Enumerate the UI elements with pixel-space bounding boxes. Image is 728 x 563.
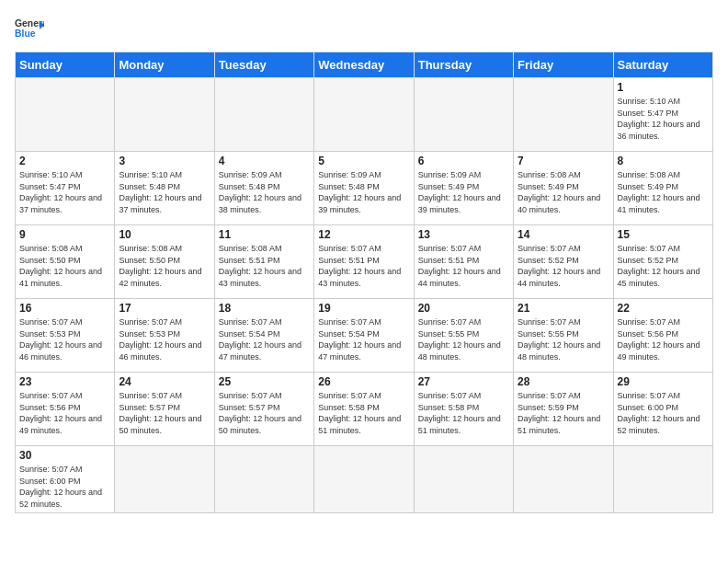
day-number: 13: [418, 228, 509, 241]
calendar-cell: 22Sunrise: 5:07 AM Sunset: 5:56 PM Dayli…: [613, 299, 712, 373]
day-number: 6: [418, 155, 509, 167]
day-info: Sunrise: 5:10 AM Sunset: 5:48 PM Dayligh…: [119, 169, 210, 215]
calendar-cell: [16, 78, 115, 152]
calendar-cell: 14Sunrise: 5:07 AM Sunset: 5:52 PM Dayli…: [514, 225, 613, 299]
calendar-cell: [414, 446, 513, 513]
day-info: Sunrise: 5:08 AM Sunset: 5:50 PM Dayligh…: [119, 243, 210, 289]
calendar-cell: 23Sunrise: 5:07 AM Sunset: 5:56 PM Dayli…: [16, 373, 115, 446]
day-info: Sunrise: 5:07 AM Sunset: 5:58 PM Dayligh…: [418, 390, 509, 436]
calendar-cell: 21Sunrise: 5:07 AM Sunset: 5:55 PM Dayli…: [514, 299, 613, 373]
day-number: 23: [19, 375, 110, 388]
day-number: 4: [219, 155, 310, 167]
calendar-cell: 30Sunrise: 5:07 AM Sunset: 6:00 PM Dayli…: [16, 446, 115, 513]
col-monday: Monday: [115, 52, 214, 78]
day-info: Sunrise: 5:07 AM Sunset: 5:55 PM Dayligh…: [518, 316, 609, 362]
calendar-cell: 4Sunrise: 5:09 AM Sunset: 5:48 PM Daylig…: [214, 152, 313, 225]
day-number: 18: [219, 302, 310, 315]
calendar-cell: 9Sunrise: 5:08 AM Sunset: 5:50 PM Daylig…: [16, 225, 115, 299]
day-number: 5: [318, 155, 409, 167]
calendar-cell: 5Sunrise: 5:09 AM Sunset: 5:48 PM Daylig…: [314, 152, 414, 225]
calendar-cell: 26Sunrise: 5:07 AM Sunset: 5:58 PM Dayli…: [314, 373, 414, 446]
header-row: Sunday Monday Tuesday Wednesday Thursday…: [16, 52, 713, 78]
day-number: 28: [518, 375, 609, 388]
day-info: Sunrise: 5:09 AM Sunset: 5:48 PM Dayligh…: [219, 169, 310, 215]
calendar-cell: 16Sunrise: 5:07 AM Sunset: 5:53 PM Dayli…: [16, 299, 115, 373]
calendar-cell: 11Sunrise: 5:08 AM Sunset: 5:51 PM Dayli…: [214, 225, 313, 299]
day-number: 24: [119, 375, 210, 388]
day-number: 15: [618, 228, 709, 241]
day-number: 26: [318, 375, 409, 388]
day-info: Sunrise: 5:07 AM Sunset: 6:00 PM Dayligh…: [19, 464, 110, 510]
day-number: 22: [618, 302, 709, 315]
col-tuesday: Tuesday: [214, 52, 313, 78]
day-number: 17: [119, 302, 210, 315]
day-number: 12: [318, 228, 409, 241]
day-number: 14: [518, 228, 609, 241]
day-number: 27: [418, 375, 509, 388]
calendar-cell: 29Sunrise: 5:07 AM Sunset: 6:00 PM Dayli…: [613, 373, 712, 446]
calendar-cell: [414, 78, 513, 152]
day-number: 7: [518, 155, 609, 167]
day-number: 2: [19, 155, 110, 167]
col-friday: Friday: [514, 52, 613, 78]
calendar-cell: [314, 78, 414, 152]
day-number: 19: [318, 302, 409, 315]
day-info: Sunrise: 5:09 AM Sunset: 5:49 PM Dayligh…: [418, 169, 509, 215]
day-number: 25: [219, 375, 310, 388]
calendar-cell: [613, 446, 712, 513]
calendar-cell: 19Sunrise: 5:07 AM Sunset: 5:54 PM Dayli…: [314, 299, 414, 373]
day-info: Sunrise: 5:07 AM Sunset: 5:57 PM Dayligh…: [119, 390, 210, 436]
day-info: Sunrise: 5:07 AM Sunset: 5:57 PM Dayligh…: [219, 390, 310, 436]
day-number: 30: [19, 449, 110, 462]
calendar-body: 1Sunrise: 5:10 AM Sunset: 5:47 PM Daylig…: [16, 78, 713, 513]
day-info: Sunrise: 5:08 AM Sunset: 5:50 PM Dayligh…: [19, 243, 110, 289]
col-wednesday: Wednesday: [314, 52, 414, 78]
calendar-cell: 10Sunrise: 5:08 AM Sunset: 5:50 PM Dayli…: [115, 225, 214, 299]
day-number: 29: [618, 375, 709, 388]
calendar-cell: 18Sunrise: 5:07 AM Sunset: 5:54 PM Dayli…: [214, 299, 313, 373]
day-info: Sunrise: 5:07 AM Sunset: 5:51 PM Dayligh…: [318, 243, 409, 289]
day-info: Sunrise: 5:07 AM Sunset: 5:55 PM Dayligh…: [418, 316, 509, 362]
calendar-cell: [214, 446, 313, 513]
svg-text:Blue: Blue: [15, 29, 36, 39]
day-number: 20: [418, 302, 509, 315]
calendar-cell: [514, 446, 613, 513]
day-info: Sunrise: 5:07 AM Sunset: 5:52 PM Dayligh…: [518, 243, 609, 289]
day-info: Sunrise: 5:07 AM Sunset: 5:58 PM Dayligh…: [318, 390, 409, 436]
day-info: Sunrise: 5:10 AM Sunset: 5:47 PM Dayligh…: [19, 169, 110, 215]
day-info: Sunrise: 5:07 AM Sunset: 5:54 PM Dayligh…: [219, 316, 310, 362]
day-info: Sunrise: 5:07 AM Sunset: 5:53 PM Dayligh…: [19, 316, 110, 362]
day-info: Sunrise: 5:10 AM Sunset: 5:47 PM Dayligh…: [618, 96, 709, 142]
calendar-cell: 1Sunrise: 5:10 AM Sunset: 5:47 PM Daylig…: [613, 78, 712, 152]
calendar-header: Sunday Monday Tuesday Wednesday Thursday…: [16, 52, 713, 78]
calendar-cell: [115, 446, 214, 513]
day-info: Sunrise: 5:08 AM Sunset: 5:49 PM Dayligh…: [518, 169, 609, 215]
calendar-cell: 13Sunrise: 5:07 AM Sunset: 5:51 PM Dayli…: [414, 225, 513, 299]
calendar-cell: [514, 78, 613, 152]
day-info: Sunrise: 5:07 AM Sunset: 5:52 PM Dayligh…: [618, 243, 709, 289]
day-number: 10: [119, 228, 210, 241]
calendar-cell: 28Sunrise: 5:07 AM Sunset: 5:59 PM Dayli…: [514, 373, 613, 446]
calendar-cell: 27Sunrise: 5:07 AM Sunset: 5:58 PM Dayli…: [414, 373, 513, 446]
day-info: Sunrise: 5:07 AM Sunset: 6:00 PM Dayligh…: [618, 390, 709, 436]
calendar-cell: 15Sunrise: 5:07 AM Sunset: 5:52 PM Dayli…: [613, 225, 712, 299]
calendar-cell: 24Sunrise: 5:07 AM Sunset: 5:57 PM Dayli…: [115, 373, 214, 446]
day-info: Sunrise: 5:08 AM Sunset: 5:51 PM Dayligh…: [219, 243, 310, 289]
page-header: General Blue: [15, 15, 713, 44]
day-info: Sunrise: 5:09 AM Sunset: 5:48 PM Dayligh…: [318, 169, 409, 215]
logo-icon: General Blue: [15, 15, 44, 44]
calendar-cell: 6Sunrise: 5:09 AM Sunset: 5:49 PM Daylig…: [414, 152, 513, 225]
calendar-cell: 8Sunrise: 5:08 AM Sunset: 5:49 PM Daylig…: [613, 152, 712, 225]
day-number: 11: [219, 228, 310, 241]
calendar-cell: [314, 446, 414, 513]
col-sunday: Sunday: [16, 52, 115, 78]
day-number: 16: [19, 302, 110, 315]
day-number: 1: [618, 81, 709, 94]
logo: General Blue: [15, 15, 44, 44]
day-number: 8: [618, 155, 709, 167]
day-info: Sunrise: 5:07 AM Sunset: 5:53 PM Dayligh…: [119, 316, 210, 362]
calendar-cell: 12Sunrise: 5:07 AM Sunset: 5:51 PM Dayli…: [314, 225, 414, 299]
col-saturday: Saturday: [613, 52, 712, 78]
day-info: Sunrise: 5:07 AM Sunset: 5:56 PM Dayligh…: [19, 390, 110, 436]
calendar-table: Sunday Monday Tuesday Wednesday Thursday…: [15, 52, 713, 513]
